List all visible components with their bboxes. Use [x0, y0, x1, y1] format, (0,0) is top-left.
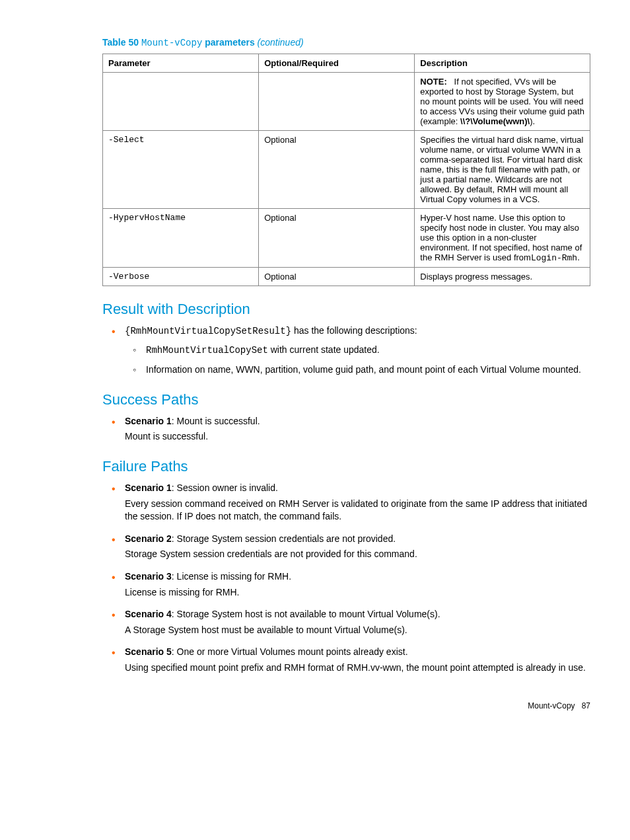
cell-desc: Displays progress messages. — [415, 268, 590, 286]
desc-post: . — [577, 252, 580, 262]
cell-desc: NOTE: If not specified, VVs will be expo… — [415, 73, 590, 131]
note-mono: \\?\Volume(wwn)\ — [460, 116, 530, 126]
cell-param: -Verbose — [103, 268, 259, 286]
cell-desc: Specifies the virtual hard disk name, vi… — [415, 131, 590, 209]
scenario-body: Using specified mount point prefix and R… — [125, 662, 590, 675]
cell-optreq: Optional — [259, 209, 415, 268]
footer-page: 87 — [582, 701, 590, 710]
scenario-body: Storage System session credentials are n… — [125, 548, 590, 561]
list-item: RmhMountVirtualCopySet with current stat… — [125, 344, 590, 358]
table-param-word: parameters — [205, 37, 255, 48]
scenario-head: : One or more Virtual Volumes mount poin… — [172, 646, 408, 657]
table-command: Mount-vCopy — [141, 38, 202, 48]
table-row: -Verbose Optional Displays progress mess… — [103, 268, 590, 286]
list-item: Scenario 2: Storage System session crede… — [102, 533, 590, 561]
cell-param: -HypervHostName — [103, 209, 259, 268]
scenario-head: : License is missing for RMH. — [172, 571, 291, 582]
scenario-label: Scenario 1 — [125, 416, 172, 426]
result-list: {RmhMountVirtualCopySetResult} has the f… — [102, 325, 590, 377]
page-footer: Mount-vCopy 87 — [102, 701, 590, 710]
sub-rest: with current state updated. — [268, 344, 380, 355]
table-header-row: Parameter Optional/Required Description — [103, 54, 590, 73]
cell-desc: Hyper-V host name. Use this option to sp… — [415, 209, 590, 268]
result-mono: {RmhMountVirtualCopySetResult} — [125, 326, 291, 336]
col-description: Description — [415, 54, 590, 73]
success-list: Scenario 1: Mount is successful. Mount i… — [102, 415, 590, 443]
scenario-label: Scenario 5 — [125, 646, 172, 657]
table-continued: (continued) — [258, 37, 304, 48]
result-rest: has the following descriptions: — [291, 325, 417, 336]
cell-optreq — [259, 73, 415, 131]
scenario-head: : Session owner is invalid. — [172, 482, 278, 493]
cell-param: -Select — [103, 131, 259, 209]
scenario-label: Scenario 2 — [125, 533, 172, 544]
list-item: {RmhMountVirtualCopySetResult} has the f… — [102, 325, 590, 377]
scenario-label: Scenario 3 — [125, 571, 172, 582]
list-item: Scenario 3: License is missing for RMH. … — [102, 570, 590, 599]
sub-mono: RmhMountVirtualCopySet — [146, 345, 268, 356]
list-item: Information on name, WWN, partition, vol… — [125, 363, 590, 377]
scenario-head: : Storage System host is not available t… — [172, 609, 440, 619]
heading-failure: Failure Paths — [102, 458, 590, 475]
note-label: NOTE: — [420, 77, 446, 87]
parameters-table: Parameter Optional/Required Description … — [102, 54, 590, 286]
scenario-body: License is missing for RMH. — [125, 586, 590, 599]
list-item: Scenario 1: Mount is successful. Mount i… — [102, 415, 590, 443]
cell-param — [103, 73, 259, 131]
result-sublist: RmhMountVirtualCopySet with current stat… — [125, 344, 590, 377]
scenario-head: : Mount is successful. — [172, 416, 260, 426]
table-row: -HypervHostName Optional Hyper-V host na… — [103, 209, 590, 268]
scenario-label: Scenario 1 — [125, 482, 172, 493]
table-row: NOTE: If not specified, VVs will be expo… — [103, 73, 590, 131]
desc-mono: Login-Rmh — [531, 253, 577, 263]
table-row: -Select Optional Specifies the virtual h… — [103, 131, 590, 209]
heading-result: Result with Description — [102, 301, 590, 318]
cell-optreq: Optional — [259, 268, 415, 286]
scenario-body: Every session command received on RMH Se… — [125, 498, 590, 523]
scenario-label: Scenario 4 — [125, 609, 172, 619]
failure-list: Scenario 1: Session owner is invalid. Ev… — [102, 482, 590, 675]
scenario-body: A Storage System host must be available … — [125, 624, 590, 637]
heading-success: Success Paths — [102, 391, 590, 408]
list-item: Scenario 5: One or more Virtual Volumes … — [102, 646, 590, 674]
table-number: Table 50 — [102, 37, 139, 48]
cell-optreq: Optional — [259, 131, 415, 209]
col-optreq: Optional/Required — [259, 54, 415, 73]
page-content: Table 50 Mount-vCopy parameters (continu… — [0, 0, 630, 730]
note-close: ). — [530, 116, 535, 126]
list-item: Scenario 1: Session owner is invalid. Ev… — [102, 482, 590, 523]
scenario-head: : Storage System session credentials are… — [172, 533, 396, 544]
col-parameter: Parameter — [103, 54, 259, 73]
scenario-body: Mount is successful. — [125, 430, 590, 443]
table-caption: Table 50 Mount-vCopy parameters (continu… — [102, 37, 590, 48]
list-item: Scenario 4: Storage System host is not a… — [102, 608, 590, 636]
footer-section: Mount-vCopy — [528, 701, 575, 710]
